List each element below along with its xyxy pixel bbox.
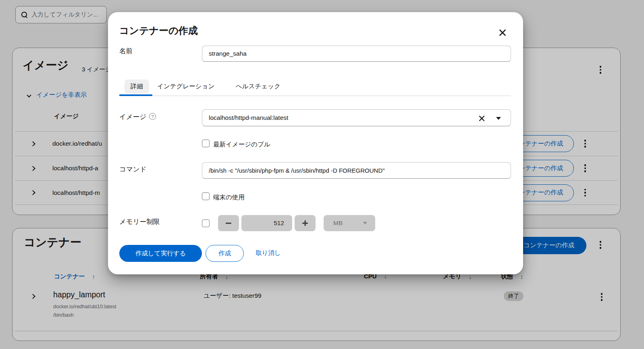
name-field-label: 名前 (119, 47, 133, 56)
command-input[interactable] (202, 162, 511, 179)
image-combobox[interactable]: localhost/httpd-manual:latest (202, 109, 511, 126)
terminal-label[interactable]: 端末の使用 (213, 193, 245, 202)
pull-latest-checkbox[interactable] (202, 140, 210, 147)
create-button[interactable]: 作成 (206, 245, 244, 262)
create-and-run-button[interactable]: 作成して実行する (119, 245, 202, 262)
tab-label: ヘルスチェック (236, 82, 280, 91)
create-container-modal: コンテナーの作成 名前 詳細 インテグレーション ヘルスチェック イメージ ? … (108, 12, 523, 274)
terminal-checkbox[interactable] (202, 192, 210, 200)
memory-limit-checkbox[interactable] (202, 219, 210, 227)
podman-containers-page: 入力してフィルタリン... イメージ 3 イメージ イメージを非表示 イメージ … (0, 0, 644, 349)
command-field-label: コマンド (119, 165, 147, 174)
name-input[interactable] (202, 46, 511, 62)
caret-down-icon[interactable] (496, 117, 501, 120)
tabs-divider (119, 96, 511, 96)
plus-button[interactable] (295, 215, 316, 231)
memory-limit-label: メモリー制限 (119, 217, 160, 226)
memory-unit-value: MB (333, 219, 363, 227)
tab-health-check[interactable]: ヘルスチェック (236, 79, 280, 94)
tab-integration[interactable]: インテグレーション (157, 79, 214, 94)
minus-button[interactable] (218, 215, 239, 231)
image-combobox-value: localhost/httpd-manual:latest (209, 114, 288, 121)
clear-icon[interactable] (478, 115, 486, 123)
image-field-label: イメージ (119, 113, 146, 121)
close-icon[interactable] (499, 29, 506, 36)
memory-unit-select[interactable]: MB (324, 215, 375, 231)
cancel-button[interactable]: 取り消し (256, 249, 281, 257)
tab-label: インテグレーション (157, 82, 214, 91)
caret-down-icon (363, 222, 367, 224)
active-tab-indicator (119, 94, 152, 96)
help-icon[interactable]: ? (149, 113, 156, 120)
pull-latest-label[interactable]: 最新イメージのプル (213, 140, 270, 149)
memory-value-input[interactable] (241, 215, 292, 231)
modal-title: コンテナーの作成 (119, 24, 198, 37)
tab-details[interactable]: 詳細 (125, 79, 149, 94)
tab-label: 詳細 (131, 82, 143, 91)
